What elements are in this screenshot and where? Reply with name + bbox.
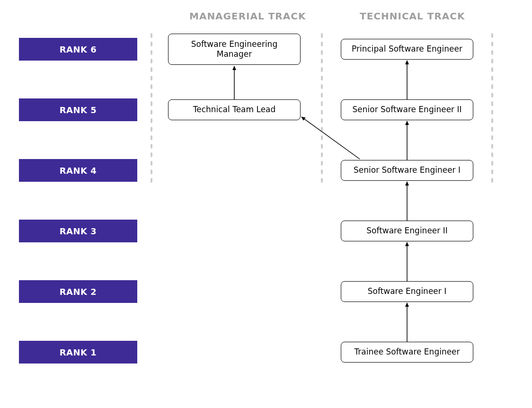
rank-5-box: RANK 5: [19, 98, 137, 121]
rank-4-box: RANK 4: [19, 159, 137, 182]
role-senior-software-engineer-1: Senior Software Engineer I: [341, 160, 473, 181]
career-ladder-diagram: MANAGERIAL TRACK TECHNICAL TRACK RANK 6 …: [0, 0, 532, 408]
role-technical-team-lead: Technical Team Lead: [168, 99, 301, 120]
role-software-engineer-2: Software Engineer II: [341, 221, 473, 241]
arrow-sse1-to-ttl: [301, 117, 360, 159]
managerial-track-header: MANAGERIAL TRACK: [189, 10, 306, 22]
role-trainee-software-engineer: Trainee Software Engineer: [341, 342, 473, 363]
rank-2-box: RANK 2: [19, 280, 137, 303]
rank-6-box: RANK 6: [19, 38, 137, 61]
role-senior-software-engineer-2: Senior Software Engineer II: [341, 99, 473, 120]
role-principal-software-engineer: Principal Software Engineer: [341, 39, 473, 60]
role-software-engineer-1: Software Engineer I: [341, 281, 473, 302]
role-software-engineering-manager: Software Engineering Manager: [168, 34, 301, 65]
technical-track-header: TECHNICAL TRACK: [360, 10, 465, 22]
rank-3-box: RANK 3: [19, 220, 137, 242]
rank-1-box: RANK 1: [19, 341, 137, 364]
